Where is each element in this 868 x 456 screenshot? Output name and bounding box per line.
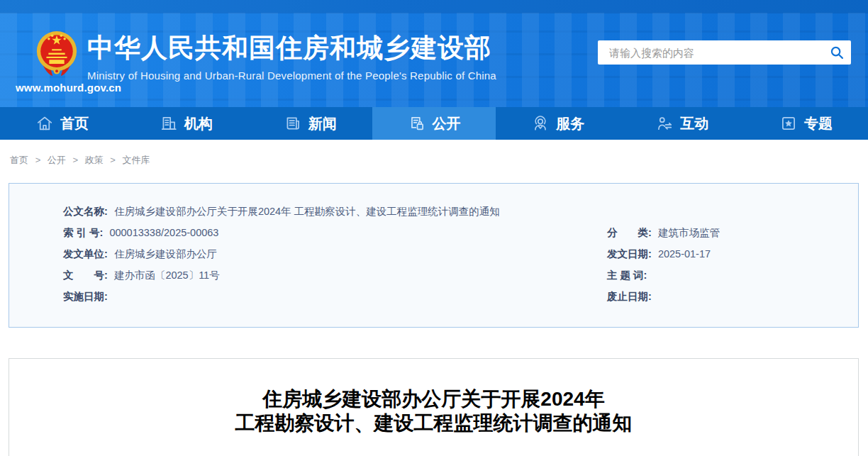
nav-item-label: 首页: [60, 114, 89, 133]
site-subtitle: Ministry of Housing and Urban-Rural Deve…: [87, 69, 496, 82]
meta-row-name: 公文名称: 住房城乡建设部办公厅关于开展2024年 工程勘察设计、建设工程监理统…: [9, 201, 858, 222]
meta-value-issuing-unit: 住房城乡建设部办公厅: [114, 248, 217, 260]
meta-row-index: 索 引 号: 000013338/2025-00063 分 类: 建筑市场监管: [9, 222, 858, 243]
breadcrumb-item-policy[interactable]: 政策: [85, 155, 104, 165]
meta-label-doc-name: 公文名称:: [63, 206, 108, 217]
document-title-line1: 住房城乡建设部办公厅关于开展2024年: [262, 388, 604, 410]
service-icon: [531, 114, 550, 133]
meta-label-issuing-unit: 发文单位:: [63, 248, 108, 260]
nav-item-label: 服务: [556, 114, 584, 133]
search-box: [598, 40, 851, 65]
mohurd-page: www.mohurd.gov.cn 中华人民共和国住房和城乡建设部 Minist…: [0, 0, 868, 456]
breadcrumb-item-library[interactable]: 文件库: [123, 155, 150, 165]
meta-row-dates: 实施日期: 废止日期:: [9, 286, 858, 307]
interaction-icon: [655, 114, 674, 133]
meta-value-index-no: 000013338/2025-00063: [109, 227, 218, 238]
site-title-block: 中华人民共和国住房和城乡建设部 Ministry of Housing and …: [87, 33, 496, 82]
meta-row-issuer: 发文单位: 住房城乡建设部办公厅 发文日期: 2025-01-17: [9, 243, 858, 265]
nav-item-interaction[interactable]: 互动: [620, 107, 744, 140]
home-icon: [35, 114, 54, 133]
news-icon: [284, 114, 302, 133]
nav-item-label: 公开: [433, 114, 461, 133]
meta-label-category: 分 类:: [607, 227, 652, 238]
site-header: www.mohurd.gov.cn 中华人民共和国住房和城乡建设部 Minist…: [0, 0, 868, 107]
meta-label-subject-words: 主 题 词:: [607, 269, 647, 281]
site-logo[interactable]: www.mohurd.gov.cn: [16, 28, 98, 94]
nav-item-services[interactable]: 服务: [496, 107, 620, 140]
national-emblem-icon: [35, 28, 79, 79]
nav-item-label: 专题: [804, 114, 833, 133]
meta-label-repeal-date: 废止日期:: [607, 291, 652, 302]
document-title: 住房城乡建设部办公厅关于开展2024年 工程勘察设计、建设工程监理统计调查的通知: [9, 359, 858, 435]
header-photo-band: [0, 0, 868, 13]
search-button[interactable]: [823, 40, 851, 65]
nav-item-label: 新闻: [308, 114, 337, 133]
breadcrumb-separator: >: [72, 155, 78, 165]
disclosure-icon: [408, 114, 426, 133]
site-url: www.mohurd.gov.cn: [16, 82, 98, 94]
breadcrumb-separator: >: [110, 155, 116, 165]
site-title: 中华人民共和国住房和城乡建设部: [87, 33, 496, 64]
meta-value-issue-date: 2025-01-17: [658, 248, 711, 260]
nav-item-label: 机构: [184, 114, 213, 133]
main-nav: 首页 机构 新闻 公开: [0, 107, 868, 140]
breadcrumb-separator: >: [35, 155, 41, 165]
nav-item-topics[interactable]: 专题: [744, 107, 868, 140]
nav-item-disclosure[interactable]: 公开: [372, 107, 496, 140]
breadcrumb-item-disclosure[interactable]: 公开: [48, 155, 66, 165]
meta-label-doc-number: 文 号:: [63, 269, 108, 281]
doc-meta-box: 公文名称: 住房城乡建设部办公厅关于开展2024年 工程勘察设计、建设工程监理统…: [9, 183, 859, 328]
breadcrumb-item-home[interactable]: 首页: [10, 155, 28, 165]
search-input[interactable]: [598, 40, 823, 65]
meta-label-index-no: 索 引 号:: [63, 227, 103, 238]
document-title-line2: 工程勘察设计、建设工程监理统计调查的通知: [235, 412, 633, 434]
meta-row-doc-number: 文 号: 建办市函〔2025〕11号 主 题 词:: [9, 265, 858, 286]
nav-item-news[interactable]: 新闻: [248, 107, 372, 140]
meta-label-effective-date: 实施日期:: [63, 291, 108, 302]
nav-item-organization[interactable]: 机构: [124, 107, 248, 140]
doc-content-box: 住房城乡建设部办公厅关于开展2024年 工程勘察设计、建设工程监理统计调查的通知: [9, 358, 859, 456]
meta-value-category: 建筑市场监管: [658, 227, 720, 238]
organization-icon: [160, 114, 178, 133]
nav-item-label: 互动: [680, 114, 708, 133]
meta-value-doc-number: 建办市函〔2025〕11号: [114, 269, 220, 281]
meta-label-issue-date: 发文日期:: [607, 248, 652, 260]
breadcrumb: 首页 > 公开 > 政策 > 文件库: [10, 155, 868, 166]
topics-icon: [779, 114, 798, 133]
nav-item-home[interactable]: 首页: [0, 107, 124, 140]
meta-value-doc-name: 住房城乡建设部办公厅关于开展2024年 工程勘察设计、建设工程监理统计调查的通知: [114, 206, 500, 217]
search-icon: [829, 45, 845, 60]
